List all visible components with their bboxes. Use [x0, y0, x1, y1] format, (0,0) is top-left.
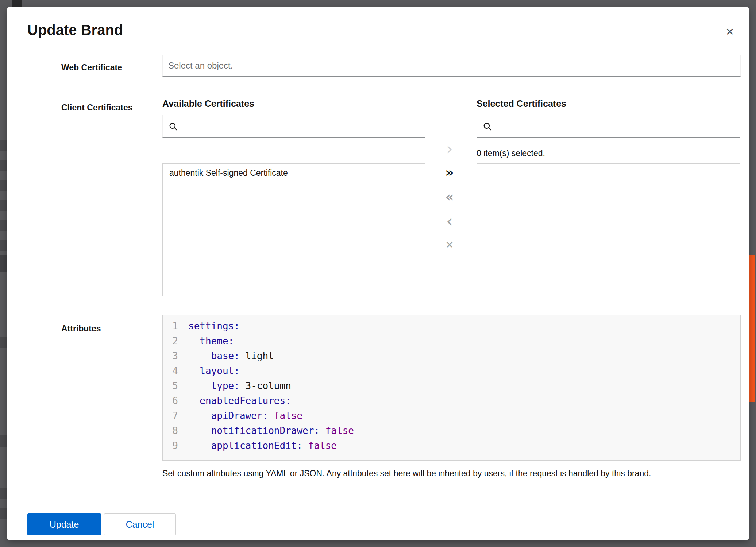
selected-certificates-search[interactable]	[477, 115, 740, 138]
line-number: 1	[163, 319, 183, 334]
background-artifact	[0, 180, 7, 191]
background-artifact	[0, 255, 7, 272]
line-number: 9	[163, 438, 183, 453]
available-certificates-search[interactable]	[162, 115, 425, 138]
available-certificates-heading: Available Certificates	[162, 98, 254, 109]
code-line: 3 base: light	[163, 349, 740, 364]
background-artifact	[0, 508, 7, 519]
selected-certificates-heading: Selected Certificates	[477, 98, 566, 109]
line-number: 3	[163, 349, 183, 364]
clear-selection-button[interactable]: ✕	[439, 236, 460, 254]
attributes-help-text: Set custom attributes using YAML or JSON…	[162, 469, 739, 478]
certificate-list-item[interactable]: authentik Self-signed Certificate	[163, 164, 425, 182]
background-artifact	[0, 200, 7, 211]
code-line: 9 applicationEdit: false	[163, 438, 740, 453]
background-artifact	[0, 488, 7, 499]
line-number: 6	[163, 393, 183, 408]
background-artifact	[0, 435, 7, 447]
available-certificates-list[interactable]: authentik Self-signed Certificate	[162, 163, 425, 296]
code-line: 6 enabledFeatures:	[163, 393, 740, 408]
update-button[interactable]: Update	[27, 513, 101, 535]
move-all-left-button[interactable]: «	[439, 188, 460, 206]
web-certificate-label: Web Certificate	[61, 63, 122, 73]
background-artifact	[0, 337, 7, 348]
search-icon	[169, 122, 178, 131]
background-artifact	[0, 240, 7, 251]
close-icon[interactable]: ✕	[724, 26, 736, 39]
selected-certificates-search-input[interactable]	[497, 121, 734, 132]
code-line: 8 notificationDrawer: false	[163, 423, 740, 438]
background-artifact	[0, 160, 7, 171]
line-number: 8	[163, 423, 183, 438]
background-notification-strip	[749, 255, 755, 402]
code-line: 5 type: 3-column	[163, 379, 740, 393]
cancel-button[interactable]: Cancel	[104, 513, 176, 535]
code-line: 2 theme:	[163, 334, 740, 349]
line-number: 4	[163, 364, 183, 379]
background-artifact	[0, 140, 7, 151]
search-icon	[483, 122, 492, 131]
move-selected-right-button[interactable]: ›	[439, 140, 460, 158]
code-line: 4 layout:	[163, 364, 740, 379]
line-number: 5	[163, 379, 183, 393]
attributes-code-editor[interactable]: 1settings:2 theme:3 base: light4 layout:…	[162, 315, 741, 461]
client-certificates-label: Client Certificates	[61, 103, 133, 113]
web-certificate-select-input[interactable]	[162, 55, 741, 77]
attributes-label: Attributes	[61, 324, 101, 334]
selected-certificates-list[interactable]	[477, 163, 740, 296]
background-artifact	[0, 220, 7, 231]
modal-title: Update Brand	[27, 21, 123, 39]
selected-count-status: 0 item(s) selected.	[477, 148, 545, 158]
update-brand-modal: Update Brand ✕ Web Certificate Client Ce…	[7, 7, 749, 540]
code-line: 7 apiDrawer: false	[163, 408, 740, 423]
line-number: 2	[163, 334, 183, 349]
code-line: 1settings:	[163, 319, 740, 334]
line-number: 7	[163, 408, 183, 423]
move-all-right-button[interactable]: »	[439, 163, 460, 182]
move-selected-left-button[interactable]: ‹	[439, 212, 460, 230]
available-certificates-search-input[interactable]	[183, 121, 419, 132]
